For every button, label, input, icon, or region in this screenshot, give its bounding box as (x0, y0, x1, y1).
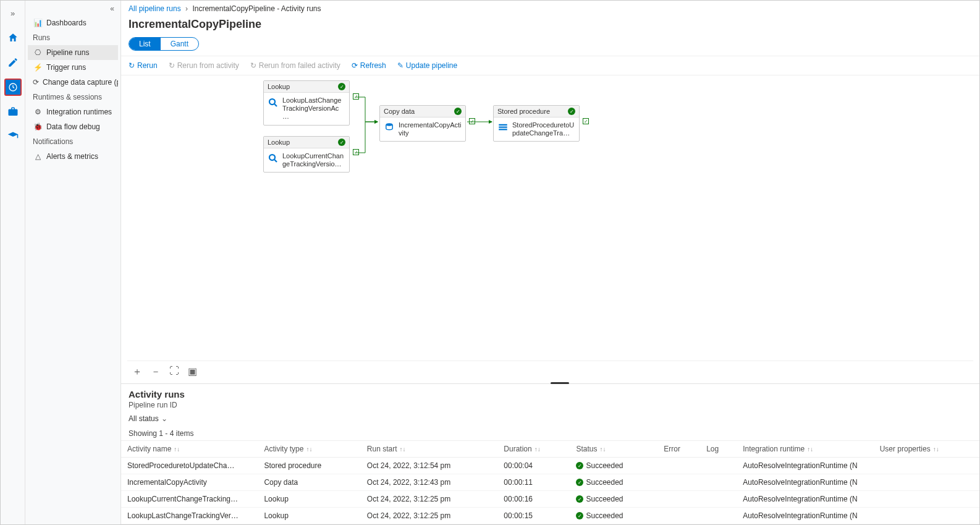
rerun-from-activity-button[interactable]: ↻ Rerun from activity (169, 61, 239, 70)
pipeline-icon: ⎔ (33, 48, 43, 57)
monitor-icon[interactable] (4, 79, 22, 96)
zoom-out-icon[interactable]: － (151, 365, 161, 378)
reset-icon[interactable]: ▣ (188, 365, 197, 378)
trigger-icon: ⚡ (33, 63, 43, 72)
sidebar-item-dashboards[interactable]: 📊 Dashboards (28, 15, 118, 30)
rerun-failed-label: Rerun from failed activity (259, 61, 340, 70)
col-label: Duration (504, 445, 531, 453)
canvas-divider (127, 361, 973, 361)
cell-user-properties (874, 508, 979, 524)
sidebar-item-cdc[interactable]: ⟳ Change data capture (previ… (28, 75, 118, 90)
col-integration-runtime[interactable]: Integration runtime↑↓ (737, 441, 873, 458)
sidebar-header-notifications: Notifications (28, 134, 118, 149)
alert-icon: △ (33, 152, 43, 161)
node-copy-data[interactable]: Copy data✓ IncrementalCopyActivity (379, 105, 466, 142)
col-log[interactable]: Log (700, 441, 737, 458)
sort-icon: ↑↓ (306, 446, 312, 453)
node-title: LookupLastChangeTrackingVersionAc… (282, 96, 345, 121)
sort-icon: ↑↓ (807, 446, 813, 453)
cell-run-start: Oct 24, 2022, 3:12:25 pm (361, 508, 497, 524)
status-filter[interactable]: All status⌄ (129, 414, 167, 423)
update-pipeline-button[interactable]: ✎ Update pipeline (397, 61, 457, 70)
node-lookup-current[interactable]: Lookup✓ LookupCurrentChangeTrackingVersi… (263, 136, 350, 173)
col-label: User properties (880, 445, 931, 453)
canvas-toolbar: ＋ － ⛶ ▣ (132, 365, 197, 378)
success-icon: ✓ (576, 495, 583, 503)
lookup-icon (268, 96, 279, 109)
sidebar-item-label: Trigger runs (46, 63, 86, 72)
breadcrumb-root[interactable]: All pipeline runs (129, 4, 181, 13)
rerun-from-failed-button[interactable]: ↻ Rerun from failed activity (250, 61, 340, 70)
resize-handle[interactable] (551, 382, 569, 384)
col-user-properties[interactable]: User properties↑↓ (874, 441, 979, 458)
col-label: Status (576, 445, 597, 453)
stored-procedure-icon (497, 121, 509, 134)
pencil-icon[interactable] (4, 54, 22, 71)
node-stored-procedure[interactable]: Stored procedure✓ StoredProceduretoUpdat… (493, 105, 580, 142)
sidebar-item-alerts[interactable]: △ Alerts & metrics (28, 149, 118, 164)
col-error[interactable]: Error (657, 441, 700, 458)
node-kind: Lookup (268, 139, 290, 146)
node-title: LookupCurrentChangeTrackingVersio… (282, 152, 345, 168)
table-row[interactable]: StoredProceduretoUpdateCha…Stored proced… (121, 458, 979, 474)
tab-list[interactable]: List (129, 38, 161, 50)
table-row[interactable]: IncrementalCopyActivityCopy dataOct 24, … (121, 474, 979, 491)
node-kind: Lookup (268, 83, 290, 90)
cell-activity-name: IncrementalCopyActivity (121, 474, 258, 491)
sidebar-item-label: Alerts & metrics (46, 152, 98, 161)
success-check-icon: ✓ (469, 118, 475, 124)
cell-user-properties (874, 474, 979, 491)
cell-duration: 00:00:15 (497, 508, 570, 524)
sort-icon: ↑↓ (534, 446, 541, 453)
col-activity-type[interactable]: Activity type↑↓ (258, 441, 360, 458)
sort-icon: ↑↓ (933, 446, 939, 453)
col-label: Run start (367, 445, 397, 453)
edit-icon: ✎ (397, 61, 403, 70)
cell-log (700, 491, 737, 508)
table-row[interactable]: LookupLastChangeTrackingVer…LookupOct 24… (121, 508, 979, 524)
sidebar-item-trigger-runs[interactable]: ⚡ Trigger runs (28, 60, 118, 75)
sidebar-item-integration-runtimes[interactable]: ⚙ Integration runtimes (28, 105, 118, 119)
svg-rect-4 (499, 124, 507, 126)
fit-icon[interactable]: ⛶ (169, 365, 179, 378)
col-duration[interactable]: Duration↑↓ (497, 441, 570, 458)
col-label: Log (706, 445, 719, 453)
cell-log (700, 508, 737, 524)
sidebar-item-label: Integration runtimes (46, 108, 112, 116)
collapse-icon[interactable]: « (28, 4, 118, 15)
cell-status: ✓Succeeded (570, 508, 657, 524)
svg-point-3 (386, 123, 393, 126)
svg-rect-6 (499, 129, 507, 130)
sidebar-item-data-flow-debug[interactable]: 🐞 Data flow debug (28, 119, 118, 134)
node-lookup-last[interactable]: Lookup✓ LookupLastChangeTrackingVersionA… (263, 80, 350, 126)
table-row[interactable]: LookupCurrentChangeTracking…LookupOct 24… (121, 491, 979, 508)
pipeline-canvas[interactable]: Lookup✓ LookupLastChangeTrackingVersionA… (121, 75, 979, 383)
refresh-button[interactable]: ⟳ Refresh (352, 61, 386, 70)
rerun-button[interactable]: ↻ Rerun (129, 61, 158, 70)
cell-error (657, 508, 700, 524)
svg-point-2 (269, 155, 275, 160)
col-label: Integration runtime (743, 445, 805, 453)
rerun-icon: ↻ (129, 61, 135, 70)
breadcrumb-current: IncrementalCopyPipeline - Activity runs (192, 4, 321, 13)
cell-duration: 00:00:11 (497, 474, 570, 491)
sidebar-item-label: Change data capture (previ… (43, 78, 118, 87)
cell-activity-type: Copy data (258, 474, 360, 491)
cdc-icon: ⟳ (33, 78, 39, 87)
toolbox-icon[interactable] (4, 103, 22, 121)
cell-activity-name: LookupCurrentChangeTracking… (121, 491, 258, 508)
page-title: IncrementalCopyPipeline (121, 17, 979, 37)
cell identintegration-runtime: AutoResolveIntegrationRuntime (N (737, 491, 873, 508)
tab-gantt[interactable]: Gantt (161, 38, 198, 50)
success-icon: ✓ (576, 512, 583, 519)
rail-expand-icon[interactable]: » (4, 4, 22, 22)
zoom-in-icon[interactable]: ＋ (132, 365, 142, 378)
col-status[interactable]: Status↑↓ (570, 441, 657, 458)
sidebar-item-pipeline-runs[interactable]: ⎔ Pipeline runs (28, 45, 118, 60)
col-label: Error (664, 445, 680, 453)
home-icon[interactable] (4, 29, 22, 46)
col-activity-name[interactable]: Activity name↑↓ (121, 441, 258, 458)
col-label: Activity name (127, 445, 171, 453)
col-run-start[interactable]: Run start↑↓ (361, 441, 497, 458)
learn-icon[interactable] (4, 128, 22, 145)
